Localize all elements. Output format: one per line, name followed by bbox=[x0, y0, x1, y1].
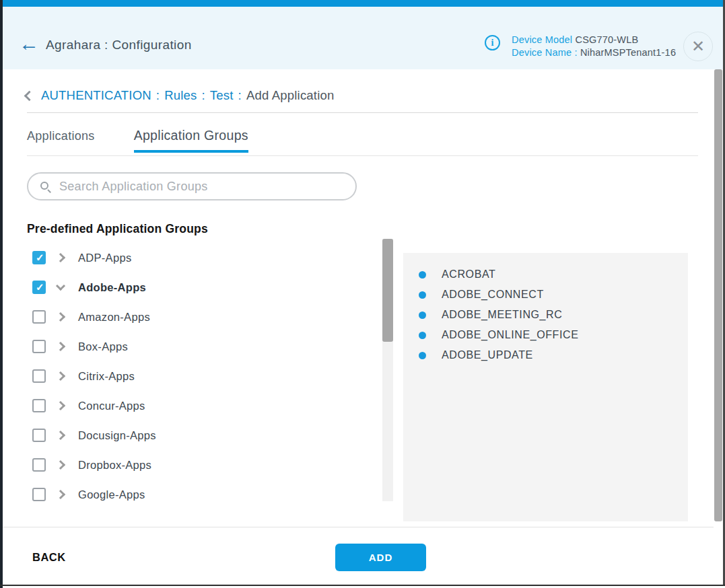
breadcrumb-separator: : bbox=[238, 88, 242, 103]
group-expand-chevron-icon[interactable] bbox=[56, 401, 65, 410]
group-row: Amazon-Apps bbox=[27, 302, 377, 332]
group-checkbox[interactable] bbox=[32, 310, 46, 324]
group-label: Adobe-Apps bbox=[78, 281, 146, 294]
tab-label: Applications bbox=[27, 129, 95, 143]
dialog-header: ← Agrahara : Configuration i Device Mode… bbox=[3, 7, 723, 69]
breadcrumb-divider bbox=[27, 112, 698, 113]
device-name-label: Device Name : bbox=[512, 47, 578, 58]
info-circle-icon[interactable]: i bbox=[485, 35, 500, 50]
bullet-icon bbox=[419, 311, 426, 319]
group-row: Citrix-Apps bbox=[27, 361, 377, 391]
device-name-value: NiharMSPTenant1-16 bbox=[580, 47, 676, 58]
bullet-icon bbox=[419, 291, 426, 299]
top-accent-bar bbox=[3, 0, 723, 7]
close-icon: ✕ bbox=[691, 38, 705, 54]
bullet-icon bbox=[419, 271, 426, 279]
chevron-left-icon[interactable] bbox=[24, 91, 35, 102]
breadcrumb-link[interactable]: Rules bbox=[164, 88, 197, 103]
group-row: Docusign-Apps bbox=[27, 420, 377, 450]
page-title: Agrahara : Configuration bbox=[46, 38, 192, 52]
groups-list-scrollbar-thumb[interactable] bbox=[382, 239, 393, 342]
search-box bbox=[27, 172, 357, 200]
detail-app-name: ADOBE_ONLINE_OFFICE bbox=[442, 329, 578, 341]
group-row: Concur-Apps bbox=[27, 391, 377, 420]
device-name-line: Device Name : NiharMSPTenant1-16 bbox=[512, 46, 676, 59]
breadcrumb-current: Add Application bbox=[246, 88, 335, 103]
search-icon bbox=[40, 182, 50, 192]
device-model-line: Device Model CSG770-WLB bbox=[512, 34, 676, 46]
search-input[interactable] bbox=[59, 180, 342, 194]
group-checkbox[interactable] bbox=[32, 399, 46, 412]
group-expand-chevron-icon[interactable] bbox=[56, 490, 65, 499]
tab[interactable]: Application Groups bbox=[134, 128, 248, 153]
group-row: ADP-Apps bbox=[27, 243, 377, 272]
detail-item: ACROBAT bbox=[403, 264, 688, 285]
back-arrow-icon[interactable]: ← bbox=[19, 34, 39, 54]
group-expand-chevron-icon[interactable] bbox=[56, 342, 65, 351]
group-checkbox[interactable] bbox=[32, 251, 46, 264]
breadcrumb-separator: : bbox=[156, 88, 160, 103]
group-checkbox[interactable] bbox=[32, 369, 46, 383]
back-button[interactable]: BACK bbox=[32, 551, 66, 564]
group-expand-chevron-icon[interactable] bbox=[56, 281, 65, 291]
breadcrumb-link[interactable]: AUTHENTICATION bbox=[41, 88, 151, 103]
detail-item: ADOBE_CONNECT bbox=[403, 285, 688, 305]
window-frame-left bbox=[0, 0, 3, 588]
group-label: Concur-Apps bbox=[78, 400, 145, 412]
bullet-icon bbox=[419, 352, 426, 359]
detail-app-name: ADOBE_CONNECT bbox=[442, 289, 544, 301]
group-label: Dropbox-Apps bbox=[78, 459, 151, 472]
detail-item: ADOBE_UPDATE bbox=[403, 345, 688, 365]
device-info: Device Model CSG770-WLB Device Name : Ni… bbox=[512, 34, 676, 59]
group-label: Amazon-Apps bbox=[78, 311, 150, 324]
group-checkbox[interactable] bbox=[32, 458, 46, 472]
group-detail-panel: ACROBAT ADOBE_CONNECT ADOBE_MEETING_RC A… bbox=[403, 253, 688, 521]
detail-app-name: ADOBE_MEETING_RC bbox=[442, 309, 562, 321]
page-scrollbar-track[interactable] bbox=[714, 69, 723, 585]
group-row: Adobe-Apps bbox=[27, 272, 377, 302]
bullet-icon bbox=[419, 332, 426, 339]
page-scrollbar-thumb[interactable] bbox=[714, 69, 722, 521]
groups-list: ADP-Apps Adobe-Apps Amazon-Apps Box-Apps… bbox=[27, 243, 377, 509]
group-label: Google-Apps bbox=[78, 488, 145, 501]
group-checkbox[interactable] bbox=[32, 340, 46, 353]
group-expand-chevron-icon[interactable] bbox=[56, 253, 65, 262]
group-expand-chevron-icon[interactable] bbox=[56, 431, 65, 440]
close-button[interactable]: ✕ bbox=[683, 32, 713, 61]
breadcrumb-separator: : bbox=[201, 88, 205, 103]
footer-divider bbox=[3, 527, 723, 527]
group-expand-chevron-icon[interactable] bbox=[56, 371, 65, 381]
group-checkbox[interactable] bbox=[32, 488, 46, 501]
group-row: Google-Apps bbox=[27, 480, 377, 509]
group-row: Dropbox-Apps bbox=[27, 450, 377, 480]
detail-item: ADOBE_ONLINE_OFFICE bbox=[403, 325, 688, 345]
tab-bar: Applications Application Groups bbox=[27, 128, 287, 153]
group-label: Box-Apps bbox=[78, 340, 128, 353]
breadcrumb-link[interactable]: Test bbox=[210, 88, 234, 103]
group-label: Docusign-Apps bbox=[78, 429, 156, 442]
tab[interactable]: Applications bbox=[27, 129, 95, 153]
groups-heading: Pre-defined Application Groups bbox=[27, 222, 208, 236]
detail-app-name: ACROBAT bbox=[442, 268, 495, 281]
detail-item: ADOBE_MEETING_RC bbox=[403, 305, 688, 325]
tab-bar-border bbox=[27, 155, 698, 156]
group-row: Box-Apps bbox=[27, 332, 377, 361]
group-expand-chevron-icon[interactable] bbox=[56, 460, 65, 470]
add-button[interactable]: ADD bbox=[335, 544, 426, 571]
group-label: Citrix-Apps bbox=[78, 370, 135, 383]
window-frame-bottom bbox=[0, 585, 725, 586]
detail-app-name: ADOBE_UPDATE bbox=[442, 349, 533, 361]
group-checkbox[interactable] bbox=[32, 281, 46, 294]
group-expand-chevron-icon[interactable] bbox=[56, 312, 65, 322]
groups-list-scrollbar-track[interactable] bbox=[382, 239, 393, 501]
group-checkbox[interactable] bbox=[32, 429, 46, 442]
device-model-value: CSG770-WLB bbox=[575, 34, 638, 45]
tab-label: Application Groups bbox=[134, 128, 248, 143]
group-label: ADP-Apps bbox=[78, 252, 131, 264]
device-model-label: Device Model bbox=[512, 34, 572, 45]
breadcrumb: AUTHENTICATION : Rules : Test : Add Appl… bbox=[26, 88, 334, 103]
